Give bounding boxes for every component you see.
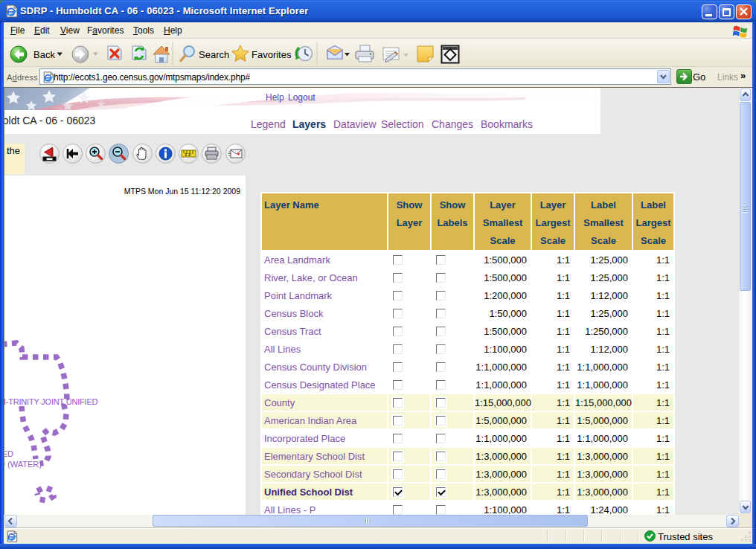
svg-text:Favorites: Favorites [252, 49, 292, 60]
svg-text:1 2: 1 2 [185, 152, 191, 157]
svg-text:D (WATER): D (WATER) [4, 460, 42, 469]
svg-text:Back: Back [33, 49, 55, 60]
svg-text:Search: Search [199, 49, 229, 60]
svg-text:H-TRINITY JOINT UNIFIED: H-TRINITY JOINT UNIFIED [4, 397, 98, 406]
svg-text:FIED: FIED [4, 449, 13, 458]
